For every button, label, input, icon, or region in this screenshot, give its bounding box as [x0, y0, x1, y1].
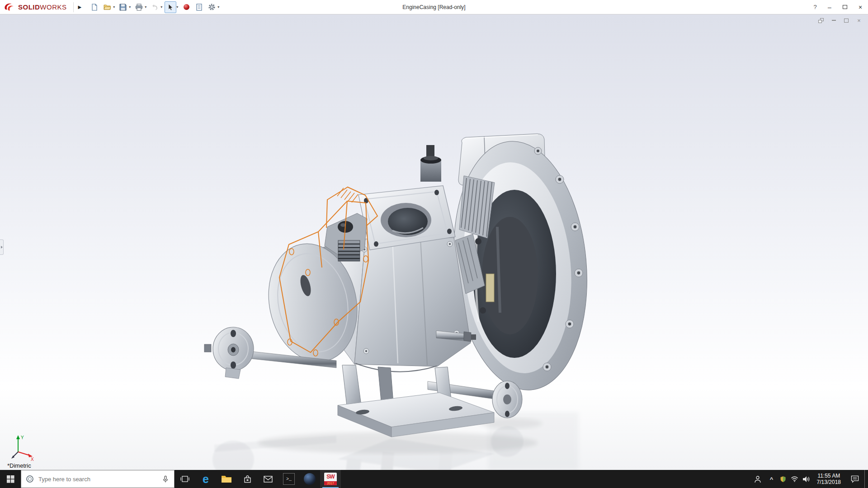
- taskbar-search[interactable]: [21, 470, 175, 488]
- task-view-icon: [180, 475, 189, 483]
- titlebar: SOLIDWORKS ▶ ▾: [0, 0, 868, 14]
- options-dropdown-caret[interactable]: ▾: [217, 5, 219, 9]
- edge-icon: e: [203, 474, 209, 485]
- undo-icon: [151, 4, 158, 10]
- print-icon: [135, 4, 143, 11]
- volume-speaker-icon: [802, 476, 810, 483]
- file-explorer-icon: [221, 475, 232, 483]
- solidworks-2017-icon: SW 2017: [324, 473, 337, 485]
- document-restore-button[interactable]: [817, 17, 825, 23]
- clock-date: 7/13/2018: [817, 479, 841, 485]
- options-button[interactable]: [206, 1, 217, 13]
- save-icon: [119, 4, 127, 11]
- toolbar-divider: [73, 2, 74, 12]
- tray-expand-button[interactable]: ^: [766, 470, 777, 488]
- print-dropdown-caret[interactable]: ▾: [145, 5, 146, 9]
- view-orientation-label: *Dimetric: [7, 462, 31, 469]
- clock-time: 11:55 AM: [817, 473, 840, 479]
- brand-works: WORKS: [40, 3, 66, 11]
- start-button[interactable]: [0, 470, 21, 488]
- brand-text: SOLIDWORKS: [18, 3, 67, 11]
- terminal-icon: >_: [283, 473, 295, 485]
- store-button[interactable]: [237, 470, 258, 488]
- file-properties-icon: [196, 4, 203, 11]
- system-tray: ^ 11:55 AM 7/13/2018: [749, 470, 868, 488]
- select-dropdown-caret[interactable]: ▾: [176, 5, 178, 9]
- action-center-button[interactable]: [845, 470, 864, 488]
- file-explorer-button[interactable]: [216, 470, 237, 488]
- mail-envelope-icon: [264, 476, 273, 483]
- app-sphere-button[interactable]: [299, 470, 320, 488]
- open-dropdown-caret[interactable]: ▾: [113, 5, 115, 9]
- solidworks-logo-icon: [4, 3, 15, 12]
- maximize-button[interactable]: [837, 0, 853, 14]
- taskbar-clock[interactable]: 11:55 AM 7/13/2018: [812, 470, 845, 488]
- open-document-icon: [104, 4, 111, 10]
- show-desktop-button[interactable]: [864, 470, 868, 488]
- sw-label: SW: [326, 473, 334, 481]
- people-button[interactable]: [749, 470, 766, 488]
- triad-x-label: X: [31, 457, 34, 462]
- document-window-controls: ×: [817, 17, 863, 23]
- quick-access-toolbar: ▾ ▾ ▾: [89, 1, 221, 13]
- new-document-button[interactable]: [89, 1, 100, 13]
- menu-flyout-arrow[interactable]: ▶: [75, 3, 85, 11]
- taskbar: e >_ SW 2017: [0, 470, 868, 488]
- windows-logo-icon: [7, 475, 14, 483]
- maximize-icon: [843, 5, 847, 9]
- people-icon: [754, 475, 762, 483]
- search-input[interactable]: [38, 476, 157, 483]
- network-wifi-icon: [791, 476, 798, 482]
- edge-browser-button[interactable]: e: [195, 470, 216, 488]
- defender-tray-button[interactable]: [777, 470, 789, 488]
- open-document-button[interactable]: [101, 1, 113, 13]
- engine-casing-model[interactable]: [0, 14, 868, 470]
- document-maximize-icon: [844, 19, 849, 23]
- defender-shield-icon: [780, 476, 786, 483]
- network-tray-button[interactable]: [789, 470, 801, 488]
- mail-button[interactable]: [258, 470, 278, 488]
- app-sphere-icon: [304, 473, 316, 485]
- rebuild-button[interactable]: [180, 1, 192, 13]
- action-center-icon: [851, 475, 859, 483]
- document-restore-icon: [818, 18, 824, 23]
- save-button[interactable]: [117, 1, 129, 13]
- select-cursor-icon: [167, 4, 174, 11]
- task-view-button[interactable]: [175, 470, 195, 488]
- file-properties-button[interactable]: [193, 1, 205, 13]
- document-close-button[interactable]: ×: [855, 17, 863, 23]
- solidworks-logo: SOLIDWORKS: [0, 3, 71, 12]
- brand-solid: SOLID: [18, 3, 40, 11]
- undo-dropdown-caret[interactable]: ▾: [160, 5, 162, 9]
- document-minimize-icon: [832, 20, 836, 21]
- undo-button[interactable]: [149, 1, 160, 13]
- microphone-icon[interactable]: [161, 475, 170, 483]
- select-button[interactable]: [165, 1, 176, 13]
- sw-year-label: 2017: [324, 481, 337, 485]
- window-controls: ? – ×: [808, 0, 868, 14]
- solidworks-taskbar-button[interactable]: SW 2017: [320, 470, 341, 488]
- rebuild-sphere-icon: [183, 4, 190, 10]
- cortana-search-icon: [26, 475, 34, 483]
- help-button[interactable]: ?: [808, 0, 822, 14]
- 3d-viewport[interactable]: ×: [0, 14, 868, 470]
- minimize-button[interactable]: –: [822, 0, 837, 14]
- store-bag-icon: [243, 475, 252, 483]
- print-button[interactable]: [133, 1, 145, 13]
- reference-triad: Y X: [11, 434, 36, 462]
- volume-tray-button[interactable]: [801, 470, 812, 488]
- save-dropdown-caret[interactable]: ▾: [129, 5, 131, 9]
- options-gear-icon: [208, 3, 216, 11]
- terminal-button[interactable]: >_: [278, 470, 299, 488]
- document-minimize-button[interactable]: [830, 17, 837, 23]
- close-button[interactable]: ×: [853, 0, 868, 14]
- triad-y-label: Y: [21, 435, 24, 440]
- new-document-icon: [91, 4, 98, 11]
- document-maximize-button[interactable]: [843, 17, 850, 23]
